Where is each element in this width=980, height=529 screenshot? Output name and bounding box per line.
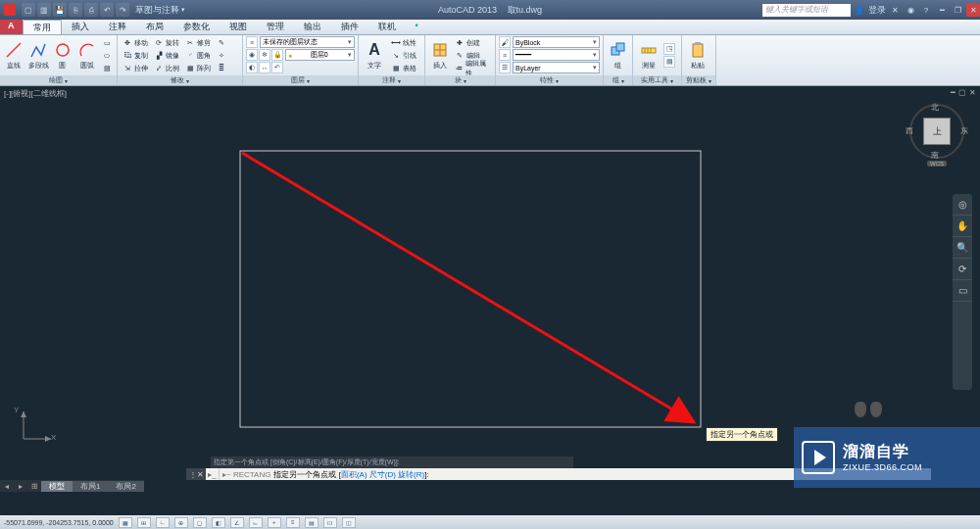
tab-insert[interactable]: 插入 — [62, 20, 99, 34]
calc-icon[interactable]: ▤ — [663, 56, 675, 68]
viewcube-e[interactable]: 东 — [960, 125, 968, 136]
cmdline-prompt-icon[interactable]: ▸_ — [206, 468, 220, 480]
copy-button[interactable]: ⿻复制 — [121, 50, 150, 62]
polar-toggle[interactable]: ⊕ — [174, 517, 188, 528]
lwt-toggle[interactable]: ≡ — [286, 517, 300, 528]
fillet-button[interactable]: ◜圆角 — [183, 50, 213, 62]
list-icon[interactable]: ☰ — [499, 62, 511, 73]
mltab-list-icon[interactable]: ⊞ — [27, 482, 41, 491]
tab-layout1[interactable]: 布局1 — [73, 481, 108, 492]
offset-icon[interactable]: ≣ — [215, 63, 228, 74]
tab-online[interactable]: 联机 — [368, 20, 406, 34]
ellipse-icon[interactable]: ⬭ — [100, 50, 114, 62]
viewcube-w[interactable]: 西 — [906, 125, 913, 136]
select-icon[interactable]: ◳ — [663, 43, 675, 55]
array-button[interactable]: ▦阵列 — [183, 63, 213, 74]
login-label[interactable]: 登录 — [868, 4, 886, 17]
panel-draw-title[interactable]: 绘图 — [0, 75, 117, 85]
qat-print-icon[interactable]: ⎙ — [84, 3, 98, 17]
layer-lock-icon[interactable]: 🔒 — [271, 49, 283, 61]
cmdline-handle-icon[interactable]: ⋮✕ — [186, 468, 206, 480]
layer-match-icon[interactable]: ↔ — [259, 62, 270, 73]
login-icon[interactable]: 👤 — [853, 3, 866, 17]
panel-props-title[interactable]: 特性 — [496, 75, 603, 85]
tab-bullet[interactable]: • — [406, 20, 428, 34]
trim-button[interactable]: ✂修剪 — [183, 37, 213, 49]
panel-annot-title[interactable]: 注释 — [359, 75, 424, 85]
measure-button[interactable]: 测量 — [636, 40, 662, 71]
explode-icon[interactable]: ✧ — [215, 50, 228, 62]
exchange-icon[interactable]: ✕ — [888, 3, 902, 17]
restore-icon[interactable]: ❐ — [951, 3, 964, 17]
qat-new-icon[interactable]: ▢ — [22, 3, 35, 17]
linetype-select[interactable]: ByLayer — [513, 62, 600, 73]
tab-layout[interactable]: 布局 — [136, 20, 173, 34]
mirror-button[interactable]: ▞镜像 — [152, 50, 181, 62]
layer-iso-icon[interactable]: ◐ — [246, 62, 258, 73]
mltab-prev-icon[interactable]: ◂ — [0, 482, 14, 491]
cloud-icon[interactable]: ◉ — [904, 3, 917, 17]
snap-toggle[interactable]: ▦ — [119, 517, 132, 528]
rect-icon[interactable]: ▭ — [100, 37, 114, 49]
scale-button[interactable]: ⤢比例 — [152, 63, 181, 74]
group-button[interactable]: 组 — [607, 40, 629, 71]
tab-parametric[interactable]: 参数化 — [173, 20, 220, 34]
arc-button[interactable]: 圆弧 — [75, 40, 98, 71]
panel-clip-title[interactable]: 剪贴板 — [682, 75, 715, 85]
nav-wheel-icon[interactable]: ◎ — [953, 194, 972, 216]
close-icon[interactable]: ✕ — [966, 3, 980, 17]
viewcube-wcs[interactable]: WCS — [927, 161, 947, 167]
dyn-toggle[interactable]: + — [268, 517, 281, 528]
tab-layout2[interactable]: 布局2 — [108, 481, 143, 492]
paste-button[interactable]: 粘贴 — [685, 40, 710, 71]
cmd-options[interactable]: 面积(A) 尺寸(D) 旋转(R) — [341, 469, 424, 480]
lineweight-select[interactable]: ━━━━ — [513, 49, 600, 61]
edit-attr-button[interactable]: ≔编辑属性 — [453, 63, 492, 74]
tab-annotate[interactable]: 注释 — [99, 20, 136, 34]
minimize-icon[interactable]: ━ — [935, 3, 949, 17]
move-button[interactable]: ✥移动 — [121, 37, 150, 49]
tab-home[interactable]: 常用 — [23, 20, 62, 34]
qat-saveas-icon[interactable]: ⎘ — [69, 3, 82, 17]
layer-state-select[interactable]: 未保存的图层状态 — [260, 36, 355, 48]
3dosnap-toggle[interactable]: ◧ — [212, 517, 225, 528]
stretch-button[interactable]: ⇲拉伸 — [121, 63, 150, 74]
table-button[interactable]: ▦表格 — [389, 63, 418, 74]
tab-output[interactable]: 输出 — [294, 20, 331, 34]
chevron-down-icon[interactable]: ▾ — [181, 6, 185, 14]
match-props-icon[interactable]: 🖌 — [499, 36, 511, 48]
panel-modify-title[interactable]: 修改 — [118, 75, 242, 85]
layer-props-icon[interactable]: ≡ — [246, 36, 258, 48]
viewcube-n[interactable]: 北 — [931, 102, 939, 113]
mltab-next-icon[interactable]: ▸ — [14, 482, 27, 491]
erase-icon[interactable]: ✎ — [215, 37, 228, 49]
tab-plugins[interactable]: 插件 — [331, 20, 368, 34]
ortho-toggle[interactable]: ∟ — [156, 517, 170, 528]
layer-off-icon[interactable]: ◉ — [246, 49, 258, 61]
grid-toggle[interactable]: ⊞ — [137, 517, 151, 528]
qat-save-icon[interactable]: 💾 — [53, 3, 67, 17]
ducs-toggle[interactable]: ⌙ — [249, 517, 263, 528]
sc-toggle[interactable]: ◫ — [342, 517, 356, 528]
drawing-area[interactable]: [-][俯视][二维线框] ━ ▢ ✕ 指定另一个角点或 上 北 南 西 东 W… — [0, 86, 980, 498]
app-menu-button[interactable]: A — [0, 20, 23, 34]
insert-block-button[interactable]: 插入 — [428, 40, 451, 71]
layer-prev-icon[interactable]: ↶ — [271, 62, 283, 73]
circle-button[interactable]: 圆 — [52, 40, 74, 71]
qp-toggle[interactable]: ⊡ — [323, 517, 337, 528]
panel-block-title[interactable]: 块 — [425, 75, 495, 85]
text-button[interactable]: A文字 — [362, 40, 387, 71]
layer-freeze-icon[interactable]: ❄ — [259, 49, 270, 61]
color-select[interactable]: ByBlock — [513, 36, 600, 48]
tab-manage[interactable]: 管理 — [257, 20, 294, 34]
panel-groups-title[interactable]: 组 — [604, 75, 632, 85]
hatch-icon[interactable]: ▨ — [100, 63, 114, 74]
otrack-toggle[interactable]: ∠ — [230, 517, 244, 528]
tab-view[interactable]: 视图 — [220, 20, 257, 34]
tpy-toggle[interactable]: ▤ — [305, 517, 318, 528]
dim-linear-button[interactable]: ⟷线性 — [389, 37, 418, 49]
line-button[interactable]: 直线 — [3, 40, 25, 71]
tab-model[interactable]: 模型 — [41, 481, 73, 492]
search-input[interactable]: 键入关键字或短语 — [762, 4, 851, 17]
coords-readout[interactable]: -55071.0999, -204253.7515, 0.0000 — [4, 519, 114, 526]
